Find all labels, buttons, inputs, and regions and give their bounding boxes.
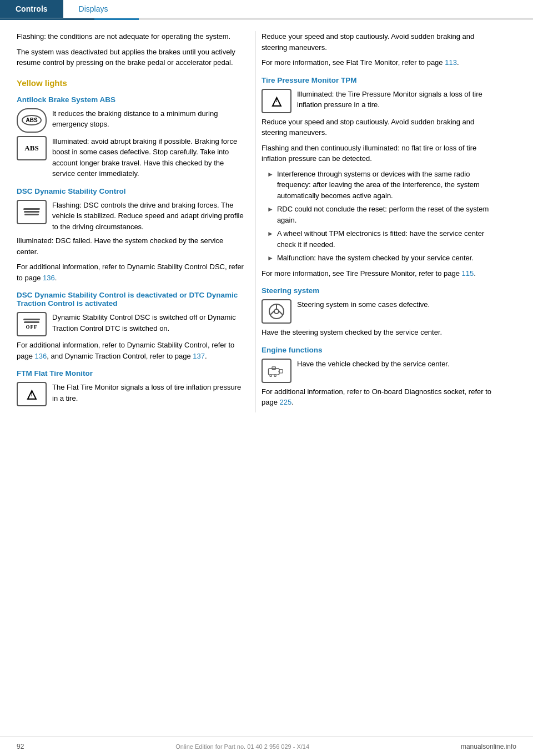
tpm-intro1: Reduce your speed and stop cautiously. A… [262,31,500,53]
engine-icon-row: Have the vehicle checked by the service … [262,359,500,383]
copyright-text: Online Edition for Part no. 01 40 2 956 … [175,743,309,750]
dsc-para3: For additional information, refer to Dyn… [17,261,244,283]
dsc-deact-icon-row: OFF Dynamic Stability Control DSC is swi… [17,312,244,336]
tpm-bullet-4: ► Malfunction: have the system checked b… [267,253,500,264]
tpm-bullet-3: ► A wheel without TPM electronics is fit… [267,228,500,250]
dsc-deact-icon: OFF [17,312,47,336]
footer: 92 Online Edition for Part no. 01 40 2 9… [0,737,533,756]
dsc-text-1: Flashing: DSC controls the drive and bra… [52,200,244,233]
tpm-heading: Tire Pressure Monitor TPM [262,76,500,84]
engine-heading: Engine functions [262,346,500,354]
main-content: Flashing: the conditions are not adequat… [0,20,533,412]
svg-line-4 [279,311,283,315]
dsc-deact-page2-link[interactable]: 137 [193,352,205,360]
tpm-icon-row: △ ! Illuminated: the Tire Pressure Monit… [262,89,500,113]
bullet-arrow-icon-1: ► [267,169,274,179]
dsc-deact-text: Dynamic Stability Control DSC is switche… [52,312,244,334]
dsc-deact-heading: DSC Dynamic Stability Control is deactiv… [17,291,244,308]
dsc-deact-para2: For additional information, refer to Dyn… [17,340,244,361]
off-badge: OFF [26,324,38,330]
ftm-icon-row: △ ! The Flat Tire Monitor signals a loss… [17,382,244,406]
abs-box-icon: ABS [17,136,47,160]
tpm-intro2: For more information, see Flat Tire Moni… [262,57,500,68]
yellow-lights-heading: Yellow lights [17,78,244,88]
tpm-icon-text: Illuminated: the Tire Pressure Monitor s… [297,89,500,110]
svg-rect-9 [270,375,271,376]
svg-rect-6 [272,366,275,369]
steering-svg [268,303,285,320]
svg-line-3 [270,311,275,315]
tpm-bullet-list: ► Interference through systems or device… [267,169,500,264]
ftm-heading: FTM Flat Tire Monitor [17,369,244,377]
tpm-para2: Flashing and then continuously illuminat… [262,143,500,164]
dsc-deact-page1-link[interactable]: 136 [35,352,47,360]
tpm-bullet-3-text: A wheel without TPM electronics is fitte… [277,228,500,250]
abs-circle-icon: ABS [17,108,47,133]
intro-para2: The system was deactivated but applies t… [17,47,244,68]
bullet-arrow-icon-4: ► [267,253,274,263]
engine-icon-box [262,359,291,383]
dsc-icon [17,200,47,224]
left-column: Flashing: the conditions are not adequat… [0,31,255,412]
tab-displays[interactable]: Displays [63,0,124,18]
bullet-arrow-icon-3: ► [267,229,274,239]
engine-page-link[interactable]: 225 [280,398,292,406]
page-number: 92 [17,743,24,750]
tpm-warning-icon: △ ! [262,89,291,113]
steering-wheel-icon [262,299,291,324]
steering-text-block: Steering system in some cases defective. [297,299,430,310]
tpm-bullet-1: ► Interference through systems or device… [267,169,500,201]
tab-controls[interactable]: Controls [0,0,63,18]
abs-heading: Antilock Brake System ABS [17,95,244,104]
steering-text-1: Steering system in some cases defective. [297,299,430,310]
svg-rect-10 [274,375,276,376]
tpm-bullet-2-text: RDC could not conclude the reset: perfor… [277,204,500,225]
site-text: manualsonline.info [461,743,516,750]
tpm-para3: For more information, see Tire Pressure … [262,268,500,279]
steering-para2: Have the steering system checked by the … [262,327,500,338]
dsc-heading: DSC Dynamic Stability Control [17,187,244,195]
tpm-bullet-1-text: Interference through systems or devices … [277,169,500,201]
abs-icon-row-1: ABS It reduces the braking distance to a… [17,108,244,133]
bullet-arrow-icon-2: ► [267,204,274,214]
svg-point-1 [274,309,279,314]
tpm-intro2-page-link[interactable]: 113 [445,58,457,67]
svg-rect-7 [279,369,283,372]
dsc-icon-row: Flashing: DSC controls the drive and bra… [17,200,244,233]
right-column: Reduce your speed and stop cautiously. A… [255,31,511,412]
abs-icon-row-2: ABS Illuminated: avoid abrupt braking if… [17,136,244,179]
steering-icon-row: Steering system in some cases defective. [262,299,500,324]
intro-para1: Flashing: the conditions are not adequat… [17,31,244,42]
header-tabs: Controls Displays [0,0,533,18]
ftm-triangle-icon: △ ! [17,382,47,406]
abs-label: ABS [22,115,41,125]
tpm-bullet-2: ► RDC could not conclude the reset: perf… [267,204,500,225]
engine-para2: For additional information, refer to On-… [262,386,500,408]
abs-text-2: Illuminated: avoid abrupt braking if pos… [52,136,244,179]
dsc-para2: Illuminated: DSC failed. Have the system… [17,235,244,257]
abs-text-1: It reduces the braking distance to a min… [52,108,244,130]
steering-heading: Steering system [262,286,500,295]
tpm-page3-link[interactable]: 115 [462,269,474,278]
engine-text-1: Have the vehicle checked by the service … [297,359,450,370]
dsc-page-link[interactable]: 136 [43,274,55,282]
tpm-para1: Reduce your speed and stop cautiously. A… [262,117,500,138]
tpm-bullet-4-text: Malfunction: have the system checked by … [277,253,474,264]
engine-svg [268,364,285,378]
ftm-text: The Flat Tire Monitor signals a loss of … [52,382,244,404]
